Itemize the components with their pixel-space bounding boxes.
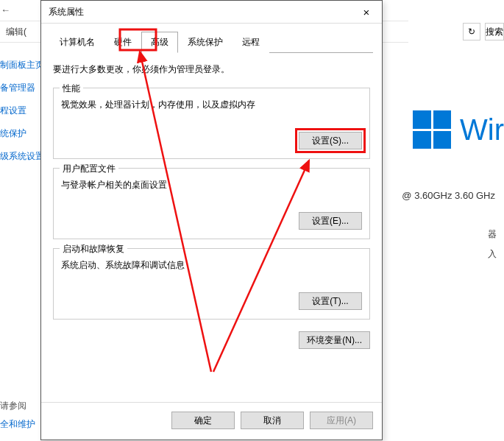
windows-logo-icon xyxy=(413,110,451,149)
apply-button[interactable]: 应用(A) xyxy=(310,412,373,429)
dialog-title: 系统属性 xyxy=(49,6,84,18)
os-branding: Wir xyxy=(413,110,504,149)
startup-recovery-group: 启动和故障恢复 系统启动、系统故障和调试信息 设置(T)... xyxy=(53,248,370,320)
dialog-body: 要进行大多数更改，你必须作为管理员登录。 性能 视觉效果，处理器计划，内存使用，… xyxy=(50,52,373,402)
bg-misc-labels: 器 入 xyxy=(488,228,497,268)
misc-label: 入 xyxy=(488,248,497,261)
performance-group-title: 性能 xyxy=(60,82,83,95)
sidebar-link[interactable]: 程设置 xyxy=(0,105,40,117)
dialog-titlebar: 系统属性 × xyxy=(41,1,382,24)
search-placeholder: 搜索 xyxy=(486,26,503,38)
sidebar-link[interactable]: 制面板主页 xyxy=(0,59,40,71)
bg-footer: 请参阅 全和维护 xyxy=(0,394,35,431)
close-button[interactable]: × xyxy=(357,4,376,20)
refresh-button[interactable]: ↻ xyxy=(463,23,480,40)
sidebar-link[interactable]: 统保护 xyxy=(0,127,40,140)
ok-button[interactable]: 确定 xyxy=(171,412,235,429)
footer-label: 请参阅 xyxy=(0,400,35,412)
admin-instruction: 要进行大多数更改，你必须作为管理员登录。 xyxy=(53,63,370,76)
system-properties-dialog: 系统属性 × 计算机名 硬件 高级 系统保护 远程 要进行大多数更改，你必须作为… xyxy=(40,0,383,440)
tab-hardware[interactable]: 硬件 xyxy=(104,32,141,53)
sidebar-link[interactable]: 备管理器 xyxy=(0,82,40,94)
env-variables-button[interactable]: 环境变量(N)... xyxy=(299,331,370,349)
user-profile-settings-button[interactable]: 设置(E)... xyxy=(299,212,362,230)
tab-computer-name[interactable]: 计算机名 xyxy=(50,32,104,53)
user-profile-group-title: 用户配置文件 xyxy=(60,163,118,175)
edit-menu[interactable]: 编辑( xyxy=(6,26,26,38)
tab-advanced[interactable]: 高级 xyxy=(141,32,178,53)
footer-link[interactable]: 全和维护 xyxy=(0,418,35,431)
startup-recovery-group-text: 系统启动、系统故障和调试信息 xyxy=(61,259,362,272)
startup-recovery-settings-button[interactable]: 设置(T)... xyxy=(299,292,362,310)
user-profile-group: 用户配置文件 与登录帐户相关的桌面设置 设置(E)... xyxy=(53,168,370,239)
search-box[interactable]: 搜索 xyxy=(485,23,504,40)
performance-group: 性能 视觉效果，处理器计划，内存使用，以及虚拟内存 设置(S)... xyxy=(53,88,370,159)
startup-recovery-group-title: 启动和故障恢复 xyxy=(60,243,127,255)
control-panel-sidebar: 制面板主页 备管理器 程设置 统保护 级系统设置 xyxy=(0,59,40,163)
dialog-tabstrip: 计算机名 硬件 高级 系统保护 远程 xyxy=(41,24,382,52)
cancel-button[interactable]: 取消 xyxy=(241,412,304,429)
refresh-icon: ↻ xyxy=(468,27,475,37)
performance-settings-button[interactable]: 设置(S)... xyxy=(299,132,362,149)
performance-group-text: 视觉效果，处理器计划，内存使用，以及虚拟内存 xyxy=(61,99,362,111)
misc-label: 器 xyxy=(488,228,497,241)
user-profile-group-text: 与登录帐户相关的桌面设置 xyxy=(61,179,362,191)
dialog-button-row: 确定 取消 应用(A) xyxy=(41,402,382,440)
bg-toolbar-right: ↻ 搜索 xyxy=(463,21,504,43)
nav-back-arrow[interactable]: ← xyxy=(1,4,10,15)
tab-system-protection[interactable]: 系统保护 xyxy=(178,32,233,53)
cpu-freq-label: @ 3.60GHz 3.60 GHz xyxy=(402,190,495,201)
windows-text: Wir xyxy=(460,113,504,147)
sidebar-link[interactable]: 级系统设置 xyxy=(0,150,40,163)
tab-remote[interactable]: 远程 xyxy=(233,32,269,53)
